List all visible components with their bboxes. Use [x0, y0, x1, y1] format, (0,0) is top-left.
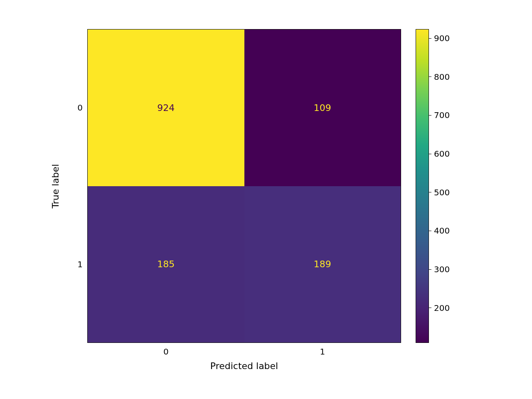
- cell-value: 109: [314, 103, 331, 113]
- colorbar-gradient: [416, 29, 429, 343]
- colorbar-tick-label: 900: [434, 33, 450, 43]
- colorbar-tick-label: 200: [434, 303, 450, 313]
- colorbar-tick: 800: [429, 72, 450, 82]
- x-tick-1: 1: [320, 347, 325, 357]
- heatmap-cell-1-0: 185: [88, 186, 244, 343]
- colorbar-tick: 300: [429, 264, 450, 274]
- y-axis-label: True label: [50, 164, 61, 208]
- colorbar-tick-label: 500: [434, 187, 450, 197]
- colorbar-tick: 200: [429, 303, 450, 313]
- colorbar-tick-label: 700: [434, 110, 450, 120]
- y-tick-0: 0: [77, 103, 83, 113]
- heatmap-cell-1-1: 189: [244, 186, 401, 343]
- confusion-matrix-heatmap: 924 109 185 189: [88, 30, 401, 342]
- heatmap-cell-0-0: 924: [88, 30, 244, 186]
- x-axis-label: Predicted label: [210, 361, 278, 371]
- colorbar-tick: 900: [429, 33, 450, 43]
- x-tick-0: 0: [163, 347, 169, 357]
- colorbar-tick: 500: [429, 187, 450, 197]
- colorbar-tick: 600: [429, 149, 450, 159]
- cell-value: 189: [314, 259, 331, 269]
- colorbar: 200 300 400 500 600 700 800 900: [416, 29, 429, 343]
- figure: 924 109 185 189 0 1 0 1 True label Predi…: [0, 0, 532, 399]
- colorbar-tick-label: 800: [434, 72, 450, 82]
- y-tick-1: 1: [77, 259, 83, 269]
- colorbar-tick: 700: [429, 110, 450, 120]
- colorbar-tick: 400: [429, 226, 450, 236]
- cell-value: 924: [157, 103, 175, 113]
- cell-value: 185: [157, 259, 175, 269]
- colorbar-tick-label: 300: [434, 264, 450, 274]
- heatmap-cell-0-1: 109: [244, 30, 401, 186]
- heatmap-axes: 924 109 185 189 0 1 0 1 True label Predi…: [87, 29, 401, 343]
- colorbar-tick-label: 400: [434, 226, 450, 236]
- colorbar-tick-label: 600: [434, 149, 450, 159]
